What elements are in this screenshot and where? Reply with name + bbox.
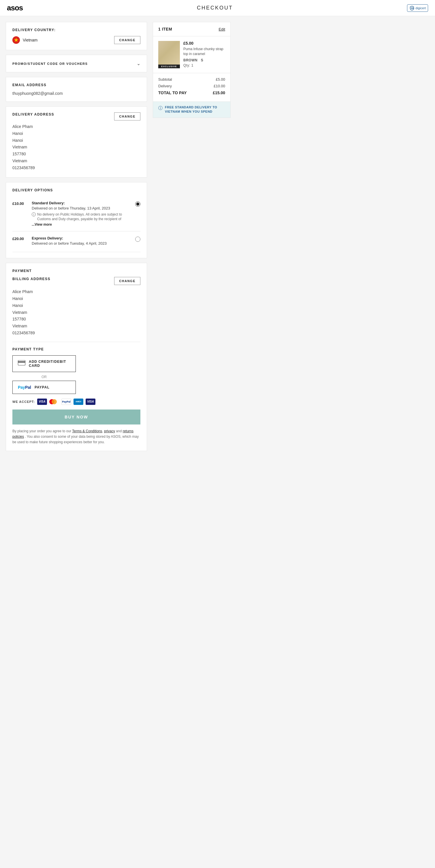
standard-note-text: No delivery on Public Holidays. All orde… [37, 212, 132, 222]
express-date: Delivered on or before Tuesday, 4 April,… [32, 241, 132, 246]
free-delivery-banner: ⓘ FREE STANDARD DELIVERY TO VIETNAM WHEN… [153, 102, 230, 118]
payment-divider [12, 342, 141, 342]
exclusive-badge: EXCLUSIVE [158, 65, 180, 68]
billing-line-4: Vietnam [12, 309, 141, 316]
delivery-row: Delivery £10.00 [158, 84, 225, 88]
item-details: £5.00 Puma Infuse chunky strap top in ca… [183, 41, 225, 68]
total-label: TOTAL TO PAY [158, 91, 187, 95]
delivery-options-title: DELIVERY OPTIONS [12, 188, 141, 192]
country-name: Vietnam [23, 38, 37, 42]
email-card: EMAIL ADDRESS thuyphuong082@gmail.com [6, 77, 147, 102]
express-delivery-option: £20.00 Express Delivery: Delivered on or… [12, 231, 141, 252]
item-qty-row: Qty: 1 [183, 63, 225, 67]
delivery-address-change-button[interactable]: CHANGE [114, 113, 141, 120]
delivery-country-card: DELIVERY COUNTRY: Vietnam CHANGE [6, 22, 147, 50]
or-divider: OR [12, 375, 76, 379]
summary-header: 1 ITEM Edit [153, 22, 230, 36]
delivery-country-title: DELIVERY COUNTRY: [12, 28, 141, 32]
digicert-icon: SSL [409, 5, 414, 11]
billing-address-lines: Alice Pham Hanoi Hanoi Vietnam 157780 Vi… [12, 288, 141, 337]
item-color-size: BROWN S [183, 58, 225, 62]
billing-header: BILLING ADDRESS CHANGE [12, 277, 141, 285]
delivery-address-header: DELIVERY ADDRESS CHANGE [12, 113, 141, 120]
paypal-logo-small: PayPal [61, 399, 71, 405]
item-price: £5.00 [183, 41, 225, 45]
header: asos CHECKOUT SSL digicert [0, 0, 435, 16]
total-value: £15.00 [213, 91, 225, 95]
email-value: thuyphuong082@gmail.com [12, 91, 141, 96]
delivery-country-change-button[interactable]: CHANGE [114, 36, 141, 44]
add-credit-debit-card-button[interactable]: ADD CREDIT/DEBIT CARD [12, 355, 76, 372]
address-line-1: Alice Pham [12, 123, 141, 130]
delivery-label: Delivery [158, 84, 172, 88]
qty-value: 1 [191, 63, 193, 67]
billing-line-7: 0123456789 [12, 330, 141, 337]
billing-line-2: Hanoi [12, 296, 141, 302]
delivery-options-card: DELIVERY OPTIONS £10.00 Standard Deliver… [6, 182, 147, 258]
delivery-value: £10.00 [214, 84, 225, 88]
express-name: Express Delivery: [32, 236, 132, 240]
right-column: 1 ITEM Edit EXCLUSIVE £5.00 Puma Infuse … [153, 22, 230, 451]
svg-rect-3 [18, 361, 25, 365]
total-row: TOTAL TO PAY £15.00 [158, 91, 225, 95]
summary-title: 1 ITEM [158, 27, 172, 31]
address-line-3: Hanoi [12, 137, 141, 144]
billing-title: BILLING ADDRESS [12, 277, 51, 281]
billing-line-3: Hanoi [12, 302, 141, 309]
billing-line-6: Vietnam [12, 323, 141, 330]
mastercard-logo [49, 399, 59, 405]
page-title: CHECKOUT [197, 5, 233, 11]
accepted-payments-row: WE ACCEPT: VISA PayPal AMEX VISA [12, 399, 141, 405]
mc-orange-circle [52, 399, 57, 404]
view-more-link[interactable]: ...View more [32, 222, 132, 226]
country-row: Vietnam CHANGE [12, 36, 141, 44]
address-line-4: Vietnam [12, 144, 141, 151]
edit-link[interactable]: Edit [219, 27, 225, 31]
email-title: EMAIL ADDRESS [12, 83, 141, 87]
product-image: EXCLUSIVE [158, 41, 180, 68]
info-icon: i [32, 212, 36, 216]
country-info: Vietnam [12, 36, 37, 44]
standard-delivery-option: £10.00 Standard Delivery: Delivered on o… [12, 196, 141, 232]
privacy-link[interactable]: privacy [104, 429, 115, 433]
promo-row[interactable]: PROMO/STUDENT CODE OR VOUCHERS ⌄ [12, 61, 141, 66]
item-name: Puma Infuse chunky strap top in caramel [183, 47, 225, 57]
free-delivery-text: FREE STANDARD DELIVERY TO VIETNAM WHEN Y… [165, 105, 225, 114]
main-layout: DELIVERY COUNTRY: Vietnam CHANGE PROMO/S… [0, 16, 435, 457]
delivery-address-title: DELIVERY ADDRESS [12, 113, 54, 117]
svg-text:SSL: SSL [411, 7, 414, 9]
billing-line-5: 157780 [12, 316, 141, 323]
accept-label: WE ACCEPT: [12, 400, 35, 403]
terms-conditions-link[interactable]: Terms & Conditions [72, 429, 102, 433]
express-price: £20.00 [12, 237, 28, 241]
item-size: S [201, 58, 204, 62]
paypal-icon: PayPal [18, 385, 31, 390]
visa-logo: VISA [37, 399, 47, 405]
standard-price: £10.00 [12, 202, 28, 206]
express-delivery-radio[interactable] [135, 237, 141, 242]
paypal-button[interactable]: PayPal PAYPAL [12, 381, 76, 394]
item-color: BROWN [183, 58, 197, 62]
subtotal-row: Subtotal £5.00 [158, 77, 225, 82]
standard-date: Delivered on or before Thursday, 13 Apri… [32, 206, 132, 210]
address-line-7: 0123456789 [12, 164, 141, 172]
digicert-badge: SSL digicert [407, 4, 428, 12]
standard-delivery-radio[interactable] [135, 202, 141, 207]
delivery-address-card: DELIVERY ADDRESS CHANGE Alice Pham Hanoi… [6, 106, 147, 178]
svg-rect-4 [18, 361, 25, 363]
address-line-6: Vietnam [12, 158, 141, 164]
paypal-label: PAYPAL [35, 385, 50, 389]
order-summary: 1 ITEM Edit EXCLUSIVE £5.00 Puma Infuse … [153, 22, 230, 118]
asos-logo: asos [7, 3, 23, 12]
free-delivery-info-icon: ⓘ [158, 105, 163, 111]
subtotal-label: Subtotal [158, 77, 172, 82]
summary-totals: Subtotal £5.00 Delivery £10.00 TOTAL TO … [153, 73, 230, 102]
promo-label: PROMO/STUDENT CODE OR VOUCHERS [12, 62, 88, 65]
address-line-5: 157780 [12, 151, 141, 158]
delivery-address-lines: Alice Pham Hanoi Hanoi Vietnam 157780 Vi… [12, 123, 141, 172]
order-item-row: EXCLUSIVE £5.00 Puma Infuse chunky strap… [153, 36, 230, 73]
standard-name: Standard Delivery: [32, 201, 132, 205]
payment-card: PAYMENT BILLING ADDRESS CHANGE Alice Pha… [6, 263, 147, 451]
buy-now-button[interactable]: BUY NOW [12, 409, 141, 425]
billing-change-button[interactable]: CHANGE [114, 277, 141, 285]
